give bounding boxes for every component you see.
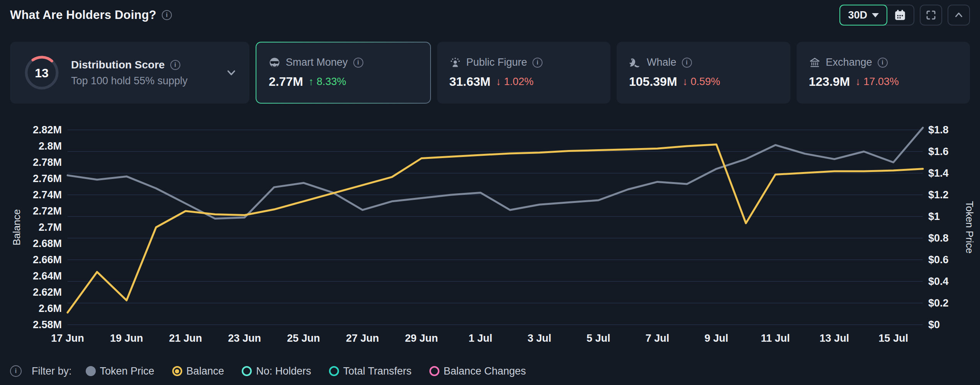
left-axis-tick: 2.66M bbox=[33, 254, 62, 266]
title-info-icon[interactable]: i bbox=[162, 10, 172, 20]
card-exchange[interactable]: Exchange i 123.9M ↓ 17.03% bbox=[797, 42, 970, 104]
smart-money-value: 2.77M bbox=[269, 75, 303, 89]
x-axis-tick: 9 Jul bbox=[705, 332, 729, 344]
left-axis-tick: 2.82M bbox=[33, 124, 62, 136]
x-axis-tick: 25 Jun bbox=[287, 332, 320, 344]
legend-item-balance[interactable]: Balance bbox=[172, 365, 224, 377]
range-control-group: 30D bbox=[839, 5, 914, 26]
holders-panel: What Are Holders Doing? i 30D bbox=[0, 0, 980, 385]
public-figure-change: ↓ 1.02% bbox=[496, 76, 534, 88]
legend-items: Token PriceBalanceNo: HoldersTotal Trans… bbox=[86, 365, 526, 377]
smart-money-title: Smart Money bbox=[286, 56, 348, 68]
chart-legend: i Filter by: Token PriceBalanceNo: Holde… bbox=[10, 363, 970, 380]
fullscreen-button[interactable] bbox=[920, 5, 942, 26]
svg-text:13: 13 bbox=[35, 66, 49, 80]
left-axis-tick: 2.68M bbox=[33, 238, 62, 249]
chevron-down-icon bbox=[872, 13, 879, 17]
whale-icon bbox=[629, 57, 641, 68]
right-axis-tick: $1.4 bbox=[928, 167, 949, 179]
right-axis-tick: $0 bbox=[928, 319, 940, 330]
radio-dot bbox=[175, 369, 179, 373]
x-axis-tick: 27 Jun bbox=[346, 332, 379, 344]
metric-cards-row: 13 Distribution Score i Top 100 hold 55%… bbox=[10, 42, 970, 104]
public-figure-title: Public Figure bbox=[466, 56, 527, 68]
filter-by-label: Filter by: bbox=[32, 365, 72, 377]
fullscreen-icon bbox=[925, 9, 937, 21]
right-axis-tick: $1.6 bbox=[928, 146, 949, 157]
x-axis-tick: 11 Jul bbox=[761, 332, 790, 344]
exchange-info-icon[interactable]: i bbox=[878, 58, 888, 68]
legend-item-label: Token Price bbox=[100, 365, 154, 377]
left-axis-tick: 2.64M bbox=[33, 270, 62, 282]
x-axis-tick: 3 Jul bbox=[527, 332, 551, 344]
left-axis-tick: 2.8M bbox=[39, 140, 62, 152]
legend-radio-selected bbox=[172, 366, 182, 376]
x-axis-tick: 21 Jun bbox=[169, 332, 202, 344]
right-axis-tick: $0.4 bbox=[928, 276, 949, 287]
legend-item-label: Balance Changes bbox=[444, 365, 526, 377]
whale-info-icon[interactable]: i bbox=[682, 58, 692, 68]
right-axis-tick: $1 bbox=[928, 211, 940, 222]
public-figure-value: 31.63M bbox=[449, 75, 491, 89]
whale-value: 105.39M bbox=[629, 75, 677, 89]
x-axis-tick: 5 Jul bbox=[587, 332, 610, 344]
dual-axis-line-chart: 2.82M2.8M2.78M2.76M2.74M2.72M2.7M2.68M2.… bbox=[0, 113, 980, 356]
legend-ring bbox=[329, 366, 339, 376]
x-axis-tick: 13 Jul bbox=[820, 332, 849, 344]
public-figure-info-icon[interactable]: i bbox=[532, 58, 543, 68]
balance-line[interactable] bbox=[68, 145, 923, 313]
card-smart-money[interactable]: Smart Money i 2.77M ↑ 8.33% bbox=[256, 42, 431, 104]
smart-money-change: ↑ 8.33% bbox=[309, 76, 346, 88]
whale-title: Whale bbox=[647, 56, 677, 68]
legend-ring bbox=[242, 366, 252, 376]
collapse-button[interactable] bbox=[948, 5, 970, 26]
card-public-figure[interactable]: Public Figure i 31.63M ↓ 1.02% bbox=[437, 42, 611, 104]
header: What Are Holders Doing? i 30D bbox=[0, 0, 980, 30]
chevron-down-icon[interactable] bbox=[226, 67, 237, 78]
legend-item-total-transfers[interactable]: Total Transfers bbox=[329, 365, 412, 377]
right-axis-tick: $1.8 bbox=[928, 124, 949, 136]
legend-item-label: Balance bbox=[187, 365, 224, 377]
whale-change: ↓ 0.59% bbox=[683, 76, 721, 88]
range-label: 30D bbox=[848, 9, 867, 21]
distribution-score-title: Distribution Score bbox=[71, 59, 165, 71]
distribution-subtitle: Top 100 hold 55% supply bbox=[71, 75, 188, 87]
exchange-icon bbox=[809, 57, 821, 68]
right-axis-title: Token Price bbox=[964, 201, 975, 254]
left-axis-tick: 2.78M bbox=[33, 157, 62, 168]
legend-item-balance-changes[interactable]: Balance Changes bbox=[429, 365, 526, 377]
exchange-change: ↓ 17.03% bbox=[855, 76, 899, 88]
x-axis-tick: 23 Jun bbox=[228, 332, 261, 344]
left-axis-tick: 2.74M bbox=[33, 189, 62, 201]
left-axis-title: Balance bbox=[11, 209, 22, 245]
smart-money-info-icon[interactable]: i bbox=[353, 58, 363, 68]
left-axis-tick: 2.72M bbox=[33, 205, 62, 217]
right-axis-tick: $0.6 bbox=[928, 254, 949, 266]
right-axis-tick: $0.8 bbox=[928, 232, 949, 244]
holders-chart[interactable]: 2.82M2.8M2.78M2.76M2.74M2.72M2.7M2.68M2.… bbox=[0, 113, 980, 356]
right-axis-tick: $1.2 bbox=[928, 189, 949, 201]
x-axis-tick: 29 Jun bbox=[405, 332, 438, 344]
public-figure-icon bbox=[449, 57, 461, 68]
exchange-value: 123.9M bbox=[809, 75, 850, 89]
legend-item-no-holders[interactable]: No: Holders bbox=[242, 365, 311, 377]
x-axis-tick: 15 Jul bbox=[878, 332, 908, 344]
card-whale[interactable]: Whale i 105.39M ↓ 0.59% bbox=[617, 42, 790, 104]
x-axis-tick: 19 Jun bbox=[110, 332, 143, 344]
legend-item-token-price[interactable]: Token Price bbox=[86, 365, 154, 377]
range-dropdown[interactable]: 30D bbox=[839, 5, 887, 26]
left-axis-tick: 2.62M bbox=[33, 286, 62, 298]
legend-item-label: No: Holders bbox=[256, 365, 311, 377]
x-axis-tick: 7 Jul bbox=[646, 332, 670, 344]
x-axis-tick: 1 Jul bbox=[469, 332, 493, 344]
distribution-score-gauge: 13 bbox=[22, 53, 61, 92]
filter-info-icon[interactable]: i bbox=[10, 365, 22, 377]
x-axis-tick: 17 Jun bbox=[51, 332, 84, 344]
calendar-button[interactable] bbox=[887, 5, 914, 25]
chevron-up-icon bbox=[953, 9, 965, 21]
card-distribution-score[interactable]: 13 Distribution Score i Top 100 hold 55%… bbox=[10, 42, 249, 104]
distribution-info-icon[interactable]: i bbox=[170, 60, 180, 70]
left-axis-tick: 2.6M bbox=[39, 303, 62, 314]
right-axis-tick: $0.2 bbox=[928, 297, 949, 309]
legend-item-label: Total Transfers bbox=[343, 365, 412, 377]
